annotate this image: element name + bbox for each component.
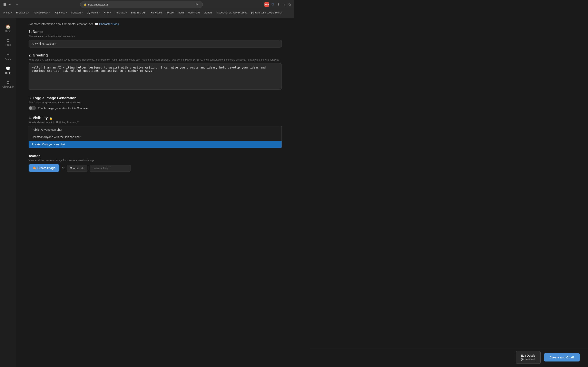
bookmark-anime[interactable]: Anime▾: [2, 10, 14, 15]
tabs-button[interactable]: ⧉: [288, 2, 292, 7]
name-input[interactable]: [29, 40, 282, 48]
option-unlisted[interactable]: Unlisted: Anyone with the link can chat: [29, 133, 282, 141]
visibility-select[interactable]: Public: Anyone can chat Unlisted: Anyone…: [29, 126, 282, 148]
no-file-text: no file selected: [90, 165, 130, 171]
section-name: 1. Name The name can include first and l…: [29, 30, 282, 48]
sidebar-item-community[interactable]: ⊘ Community: [1, 77, 15, 91]
sidebar: 🏠 Home ⊘ Feed + Create 💬 Chats ⊘ Communi…: [0, 18, 16, 367]
community-icon: ⊘: [6, 80, 10, 85]
forward-button[interactable]: →: [14, 2, 20, 7]
main-layout: 🏠 Home ⊘ Feed + Create 💬 Chats ⊘ Communi…: [0, 18, 294, 367]
bookmarks-bar: Anime▾ Rilakkuma▾ Kawaii Goods▾ Japanese…: [0, 9, 294, 16]
option-public[interactable]: Public: Anyone can chat: [29, 126, 282, 133]
sidebar-label-community: Community: [2, 86, 14, 88]
section3-title: 3. Toggle Image Generation: [29, 96, 282, 100]
section-image-toggle: 3. Toggle Image Generation This Characte…: [29, 96, 282, 110]
sidebar-item-home[interactable]: 🏠 Home: [1, 22, 15, 35]
home-icon: 🏠: [6, 24, 11, 29]
image-generation-toggle[interactable]: [29, 106, 36, 110]
bookmark-splatoon[interactable]: Splatoon▾: [69, 10, 84, 15]
section4-title: 4. Visibility: [29, 116, 48, 120]
bookmark-purchase[interactable]: Purchase▾: [113, 10, 129, 15]
toggle-label: Enable image generation for this Charact…: [38, 107, 89, 110]
section2-title: 2. Greeting: [29, 53, 282, 58]
url-text: beta.character.ai: [88, 3, 108, 6]
section-greeting: 2. Greeting What would AI Writing Assist…: [29, 53, 282, 90]
bookmark-hpu[interactable]: HPU▾: [102, 10, 112, 15]
create-icon: +: [7, 52, 9, 57]
sidebar-item-chats[interactable]: 💬 Chats: [1, 64, 15, 77]
back-button[interactable]: ←: [7, 2, 13, 7]
bookmark-association[interactable]: Association of...rsity Presses: [214, 10, 249, 15]
lock-icon: 🔒: [84, 3, 86, 6]
intro-text: For more information about Character cre…: [29, 22, 282, 26]
bookmark-kawaii[interactable]: Kawaii Goods▾: [32, 10, 52, 15]
bookmark-konosuba[interactable]: Konosuba: [149, 10, 164, 15]
apps-icon[interactable]: [2, 3, 6, 6]
lock-emoji: 🔒: [49, 117, 52, 120]
toggle-container: Enable image generation for this Charact…: [29, 106, 282, 110]
sidebar-label-home: Home: [5, 30, 11, 32]
sidebar-label-feed: Feed: [6, 44, 11, 46]
avatar-subtitle: You can either create an image from text…: [29, 159, 282, 162]
create-image-icon: 🎨: [33, 166, 36, 170]
section1-subtitle: The name can include first and last name…: [29, 35, 282, 38]
feed-icon: ⊘: [6, 38, 10, 43]
bookmark-nhl66[interactable]: NHL66: [164, 10, 175, 15]
browser-controls: ← →: [2, 2, 20, 7]
sidebar-item-create[interactable]: + Create: [1, 49, 15, 63]
bookmark-penguin[interactable]: penguin sprin...oogle Search: [250, 10, 284, 15]
browser-top-bar: ← → 🔒 beta.character.ai ↻ ABP 🛡 ⬆ + ⧉: [0, 0, 294, 9]
bookmark-rilakkuma[interactable]: Rilakkuma▾: [15, 10, 31, 15]
section3-subtitle: This Character generates images alongsid…: [29, 101, 282, 104]
bookmark-reddit[interactable]: reddit: [176, 10, 185, 15]
sidebar-label-chats: Chats: [5, 72, 11, 74]
bookmark-japanese[interactable]: Japanese▾: [53, 10, 69, 15]
sidebar-label-create: Create: [5, 58, 11, 60]
character-book-link[interactable]: 📖 Character Book: [95, 22, 119, 26]
toolbar-icons: ABP 🛡 ⬆ + ⧉: [264, 2, 292, 7]
browser-chrome: ← → 🔒 beta.character.ai ↻ ABP 🛡 ⬆ + ⧉ An…: [0, 0, 294, 18]
chats-icon: 💬: [6, 66, 11, 71]
share-button[interactable]: ⬆: [277, 2, 281, 7]
section-visibility: 4. Visibility 🔒 Who is allowed to talk t…: [29, 116, 282, 148]
adblock-icon: ABP: [264, 2, 269, 7]
avatar-controls: 🎨 Create Image or Choose File no file se…: [29, 164, 282, 172]
section4-subtitle: Who is allowed to talk to AI Writing Ass…: [29, 121, 282, 124]
address-bar[interactable]: 🔒 beta.character.ai ↻: [80, 1, 203, 8]
reload-button[interactable]: ↻: [194, 2, 199, 7]
bookmark-libgen[interactable]: LibGen: [202, 10, 213, 15]
section1-title: 1. Name: [29, 30, 282, 34]
section2-subtitle: What would AI Writing Assistant say to i…: [29, 58, 282, 61]
new-tab-button[interactable]: +: [283, 2, 286, 7]
bookmark-memworld[interactable]: MemWorld: [186, 10, 201, 15]
avatar-title: Avatar: [29, 154, 282, 158]
bookmark-bluebird[interactable]: Blue Bird OST: [130, 10, 148, 15]
choose-file-button[interactable]: Choose File: [67, 165, 87, 171]
shield-icon: 🛡: [270, 2, 275, 7]
sidebar-item-feed[interactable]: ⊘ Feed: [1, 35, 15, 49]
create-image-label: Create Image: [37, 166, 55, 170]
bottom-spacer: [29, 177, 282, 194]
section4-title-container: 4. Visibility 🔒: [29, 116, 282, 121]
bookmark-dqmerch[interactable]: DQ Merch▾: [85, 10, 102, 15]
greeting-textarea[interactable]: Hello! I am an AI writing helper designe…: [29, 63, 282, 90]
or-label: or: [62, 166, 64, 170]
content-area: For more information about Character cre…: [16, 18, 294, 367]
section-avatar: Avatar You can either create an image fr…: [29, 154, 282, 172]
create-image-button[interactable]: 🎨 Create Image: [29, 164, 60, 172]
option-private[interactable]: Private: Only you can chat: [29, 141, 282, 148]
